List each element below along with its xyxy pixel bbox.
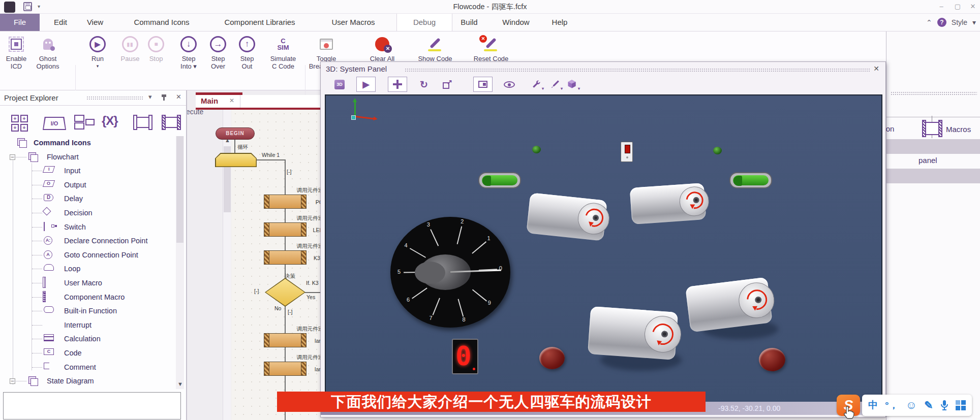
flow-begin-node[interactable]: BEGIN (216, 127, 255, 140)
tree-item-user-macro[interactable]: User Macro (0, 276, 173, 290)
motor-component[interactable] (630, 183, 707, 224)
pin-icon[interactable] (163, 94, 165, 101)
led-bar-component[interactable] (478, 172, 521, 188)
tree-item-component-macro[interactable]: Component Macro (0, 290, 173, 304)
brush-icon[interactable]: ▾ (548, 77, 565, 92)
menu-debug[interactable]: Debug (396, 14, 452, 31)
menu-command-icons[interactable]: Command Icons (121, 14, 202, 31)
tree-item-input[interactable]: IInput (0, 164, 173, 178)
flow-collapse-mark[interactable]: [-] (287, 169, 291, 175)
tree-item-state-diagram[interactable]: −State Diagram (0, 374, 173, 388)
tree-item-code[interactable]: CCode (0, 346, 173, 360)
led-component[interactable] (532, 146, 541, 153)
flow-collapse-mark[interactable]: [-] (254, 288, 259, 294)
tree-item-calculation[interactable]: Calculation (0, 332, 173, 346)
style-button[interactable]: Style (952, 18, 967, 26)
ime-toolbox-icon[interactable] (956, 400, 966, 410)
macros-row[interactable] (886, 139, 980, 154)
scroll-down-icon[interactable]: ▼ (177, 381, 183, 387)
ime-smiley-icon[interactable]: ☺ (906, 399, 917, 412)
tree-item-label: Loop (64, 265, 80, 273)
menu-build[interactable]: Build (452, 14, 486, 31)
pot-knob-component[interactable] (539, 347, 565, 369)
scrollbar-thumb[interactable] (176, 136, 183, 243)
shot-icon[interactable] (473, 77, 493, 92)
cube-icon[interactable]: ▾ (565, 77, 582, 92)
tree-item-output[interactable]: OOutput (0, 178, 173, 192)
menu-file[interactable]: File (0, 14, 40, 31)
tree-item-interrupt[interactable]: INTInterrupt (0, 318, 173, 332)
tree-item-label: User Macro (64, 279, 102, 287)
tree-item-flowchart[interactable]: −Flowchart (0, 150, 173, 164)
minimize-button[interactable]: – (934, 1, 948, 12)
windows-icon[interactable] (74, 115, 97, 130)
grid-plus-icon[interactable]: ++++ (11, 115, 28, 132)
menu-user-macros[interactable]: User Macros (319, 14, 387, 31)
3d-system-panel-window: 3D: System Panel ✕ 3D▶↻▾▾▾ (320, 61, 886, 417)
wrench-icon[interactable]: ▾ (529, 77, 546, 92)
panel-close-icon[interactable]: ✕ (176, 93, 181, 101)
motor-component[interactable] (588, 306, 678, 360)
menu-bar: FileEditViewCommand IconsComponent Libra… (0, 14, 980, 31)
menu-component-libraries[interactable]: Component Libraries (212, 14, 307, 31)
ribbon-ghost-options-button[interactable]: GhostOptions (23, 34, 72, 70)
panel-close-icon[interactable]: ✕ (873, 64, 879, 73)
orbit-icon[interactable]: ↻ (415, 77, 433, 92)
tree-item-declare-connection-point[interactable]: A:Declare Connection Point (0, 234, 173, 248)
ime-punct-button[interactable]: °， (885, 399, 899, 412)
motor-component[interactable] (526, 192, 607, 241)
pot-knob-component[interactable] (759, 348, 785, 371)
cmacro-icon (44, 293, 45, 301)
help-icon[interactable]: ? (937, 18, 946, 27)
seven-segment-display[interactable]: 0 (452, 339, 478, 374)
flow-collapse-mark[interactable]: [-] (288, 309, 292, 315)
tree-item-loop[interactable]: Loop (0, 262, 173, 276)
component-macro-icon[interactable] (162, 117, 181, 128)
drag-handle[interactable] (891, 91, 977, 95)
tree-item-goto-connection-point[interactable]: AGoto Connection Point (0, 248, 173, 262)
ribbon-collapse-icon[interactable]: ⌃ (926, 18, 932, 26)
style-caret-icon[interactable]: ▾ (972, 18, 976, 26)
dial-knob-inner (415, 262, 445, 284)
tree-item-comment[interactable]: Comment (0, 361, 173, 374)
tree-item-delay[interactable]: DDelay (0, 192, 173, 206)
play-icon[interactable]: ▶ (356, 77, 376, 92)
tree-item-switch[interactable]: Switch (0, 220, 173, 234)
drag-handle[interactable] (405, 68, 870, 72)
eye-icon[interactable] (501, 77, 518, 92)
tree-item-built-in-function[interactable]: Built-in Function (0, 304, 173, 318)
cube3d-icon[interactable]: 3D (331, 77, 348, 92)
ribbon-simulate-c-button[interactable]: CSIMSimulateC Code (259, 34, 308, 70)
menu-edit[interactable]: Edit (48, 14, 73, 31)
flow-loop-start-node[interactable] (215, 153, 257, 167)
menu-right-cluster: ⌃ ? Style ▾ (926, 14, 976, 31)
led-component[interactable] (713, 147, 722, 154)
flow-call-target: lam (255, 366, 323, 372)
macros-row[interactable] (886, 169, 980, 183)
menu-window[interactable]: Window (494, 14, 538, 31)
tab-close-icon[interactable]: ✕ (229, 97, 234, 104)
braces-x-icon[interactable]: {X} (102, 114, 118, 128)
flow-call-target: lam (255, 338, 323, 344)
rotary-dial-component[interactable]: 0123456789 (390, 217, 510, 328)
menu-help[interactable]: Help (545, 14, 574, 31)
ime-mic-icon[interactable] (940, 400, 948, 411)
ime-lang-button[interactable]: 中 (868, 399, 878, 412)
tree-item-label: Flowchart (47, 153, 79, 161)
led-bar-component[interactable] (729, 172, 772, 188)
3d-viewport[interactable]: 0123456789 0 (325, 94, 882, 403)
drag-handle[interactable] (86, 96, 143, 100)
maximize-button[interactable]: ▢ (951, 1, 965, 12)
ime-pencil-icon[interactable]: ✎ (924, 399, 933, 411)
resize-icon[interactable] (439, 77, 456, 92)
tree-item-command-icons[interactable]: Command Icons (0, 136, 173, 150)
io-icon[interactable]: I/O (43, 117, 66, 130)
tree-item-decision[interactable]: Decision (0, 206, 173, 220)
switch-component[interactable] (621, 142, 633, 162)
project-explorer-scrollbar[interactable]: ▼ (176, 136, 184, 389)
menu-view[interactable]: View (80, 14, 110, 31)
close-button[interactable]: ✕ (966, 1, 980, 12)
user-macro-icon[interactable] (133, 117, 152, 128)
panel-menu-caret-icon[interactable]: ▾ (148, 93, 152, 101)
pan-icon[interactable] (388, 77, 407, 92)
